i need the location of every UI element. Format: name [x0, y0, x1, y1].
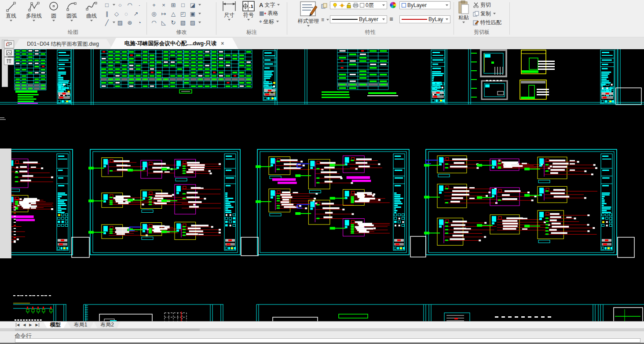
- dropdown-caret-icon[interactable]: [33, 20, 35, 22]
- dropdown-caret-icon[interactable]: [276, 21, 279, 22]
- dropdown-caret-icon[interactable]: [307, 25, 310, 27]
- construction-line-icon[interactable]: ╱: [102, 18, 112, 27]
- box-3d-icon[interactable]: ▧: [178, 18, 188, 27]
- svg-text:.1: .1: [249, 4, 253, 9]
- layer-combo[interactable]: 0层: [330, 1, 387, 9]
- color-combo[interactable]: ByLayer: [399, 1, 450, 9]
- dropdown-caret-icon[interactable]: [10, 20, 12, 22]
- tab-model[interactable]: 模型: [44, 322, 67, 329]
- dropdown-caret-icon[interactable]: [247, 19, 250, 21]
- dimension-button[interactable]: 尺寸: [220, 0, 238, 21]
- docked-palette-strip: [0, 148, 11, 258]
- dropdown-caret-icon[interactable]: [277, 4, 280, 6]
- arc-tool-icon[interactable]: ◠: [125, 1, 135, 9]
- dropdown-caret-icon[interactable]: [446, 4, 448, 6]
- dropdown-caret-icon[interactable]: [446, 18, 448, 20]
- copy-button[interactable]: 复制: [473, 10, 501, 18]
- corner-icon[interactable]: ◰: [178, 10, 188, 18]
- double-line-icon[interactable]: ∥: [102, 10, 112, 18]
- dropdown-caret-icon[interactable]: [52, 20, 55, 22]
- copy-label: 复制: [480, 10, 491, 18]
- leader-icon[interactable]: ↗: [131, 10, 141, 18]
- command-input[interactable]: [15, 338, 640, 343]
- polyline-button[interactable]: 多段线: [21, 0, 47, 22]
- drawing-canvas[interactable]: [0, 49, 644, 321]
- layer-off-button[interactable]: [4, 57, 14, 65]
- horizontal-scrollbar[interactable]: [0, 328, 644, 331]
- match-properties-icon: [473, 20, 479, 25]
- offset-icon[interactable]: ▣: [188, 10, 198, 18]
- tab-layout1[interactable]: 布局1: [67, 322, 94, 329]
- ellipse-icon[interactable]: ○: [115, 1, 125, 9]
- style-manager-icon: [299, 0, 318, 18]
- lineweight-menu-button[interactable]: ≡: [321, 16, 329, 24]
- rotate-icon[interactable]: ↻: [168, 18, 178, 27]
- move-icon[interactable]: +: [149, 1, 159, 9]
- layer-walk-button[interactable]: [4, 40, 14, 48]
- hatch-mod-icon[interactable]: ▨: [188, 18, 198, 27]
- color-wheel-icon[interactable]: [389, 1, 397, 9]
- group-icon[interactable]: ⊛: [125, 18, 135, 27]
- symbol-button[interactable]: .1 符号: [239, 0, 258, 21]
- layout-tab-bar: ◀ ◀ ▶ ▶ 模型 布局1 布局2: [0, 321, 644, 328]
- dropdown-caret-icon[interactable]: [198, 22, 201, 23]
- dropdown-caret-icon[interactable]: [70, 20, 73, 22]
- hatch-icon[interactable]: ▨: [115, 18, 125, 27]
- dropdown-caret-icon[interactable]: [198, 4, 201, 6]
- next-layout-icon[interactable]: ▶: [29, 323, 32, 327]
- dropdown-caret-icon[interactable]: [462, 22, 465, 23]
- match-properties-button[interactable]: 特性匹配: [473, 18, 501, 26]
- point-icon[interactable]: ·: [135, 1, 144, 9]
- line-button[interactable]: 直线: [2, 0, 20, 22]
- dropdown-caret-icon[interactable]: [228, 19, 231, 21]
- paste-icon: [457, 0, 470, 14]
- dropdown-caret-icon[interactable]: [198, 13, 201, 14]
- trim-icon[interactable]: ×: [159, 1, 168, 9]
- close-icon[interactable]: ×: [221, 40, 224, 47]
- arc-button[interactable]: 圆弧: [62, 0, 82, 22]
- match-properties-label: 特性匹配: [480, 19, 501, 26]
- linetype-sample: [402, 19, 427, 20]
- erase-icon[interactable]: ◪: [188, 1, 198, 9]
- lineweight-combo[interactable]: ByLayer: [330, 15, 387, 23]
- linetype-menu-icon[interactable]: ≣: [389, 16, 394, 22]
- chamfer-icon[interactable]: ◺: [159, 18, 168, 27]
- dropdown-caret-icon[interactable]: [326, 19, 329, 21]
- layer-freeze-button[interactable]: [4, 49, 14, 57]
- doc-tab-electrical[interactable]: 电施-邛崃国际会议中心配....dwg-只读×: [110, 38, 238, 49]
- dropdown-caret-icon[interactable]: [90, 20, 93, 22]
- style-manager-button[interactable]: 样式管理: [291, 0, 326, 27]
- dropdown-caret-icon[interactable]: [493, 13, 496, 14]
- circle-button[interactable]: 圆: [46, 0, 62, 22]
- panel-divider: [287, 2, 287, 35]
- symbol-icon: .1: [242, 0, 255, 12]
- revision-cloud-icon[interactable]: ◌: [121, 10, 131, 18]
- fillet-icon[interactable]: ◠: [149, 18, 159, 27]
- scrollbar-thumb[interactable]: [15, 329, 200, 331]
- prev-layout-icon[interactable]: ◀: [23, 323, 26, 327]
- dropdown-caret-icon[interactable]: [382, 18, 385, 20]
- paste-button[interactable]: 粘贴: [456, 0, 472, 23]
- tab-layout2[interactable]: 布局2: [94, 322, 121, 329]
- text-button[interactable]: A 文字: [259, 1, 280, 9]
- coordinate-button[interactable]: ⌖ 坐标: [259, 18, 280, 25]
- table-button[interactable]: ▦+ 表格: [259, 9, 280, 17]
- dimension-icon: [221, 0, 237, 12]
- style-manager-label: 样式管理: [298, 18, 319, 24]
- linetype-combo[interactable]: ByLay: [399, 15, 450, 23]
- extend-icon[interactable]: ↦: [159, 10, 168, 18]
- mirror-icon[interactable]: △: [168, 10, 178, 18]
- unlock-icon: [346, 3, 351, 8]
- wipeout-icon[interactable]: ◔: [135, 18, 144, 27]
- rectangle-mod-icon[interactable]: □: [178, 1, 188, 9]
- doc-tab-structure[interactable]: D01~D04 结构平面布置图.dwg: [13, 39, 113, 49]
- region-icon[interactable]: ◇: [112, 10, 121, 18]
- dropdown-caret-icon[interactable]: [382, 4, 385, 6]
- first-layout-icon[interactable]: ◀: [16, 323, 19, 327]
- array-icon[interactable]: ⊞: [168, 1, 178, 9]
- cut-button[interactable]: 剪切: [473, 1, 501, 9]
- last-layout-icon[interactable]: ▶: [35, 323, 39, 327]
- copy-circle-icon[interactable]: ◎: [149, 10, 159, 18]
- spline-button[interactable]: 曲线: [82, 0, 101, 22]
- rectangle-icon[interactable]: □: [102, 1, 112, 9]
